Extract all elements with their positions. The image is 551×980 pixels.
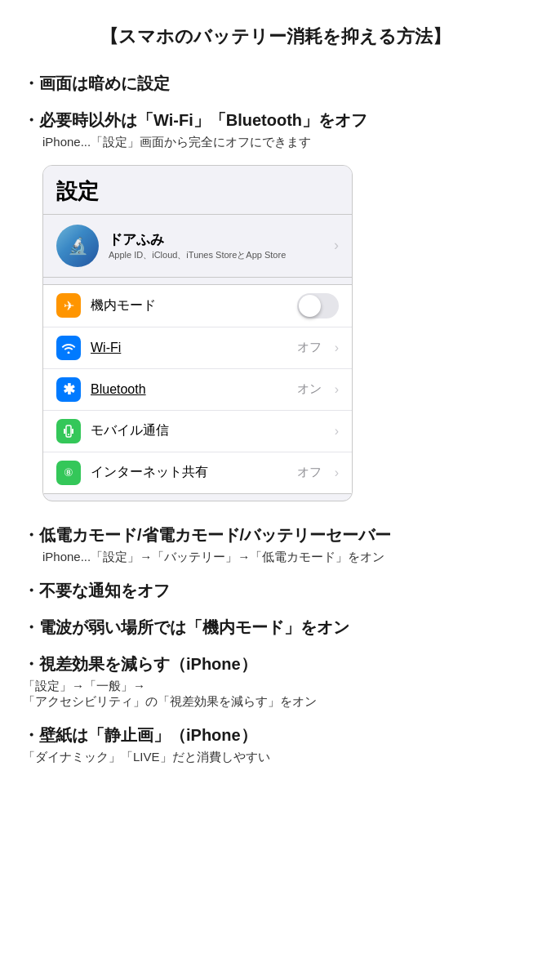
section-power-heading: ・低電カモード/省電カモード/バッテリーセーバー: [23, 524, 528, 546]
settings-profile-row[interactable]: ドアふみ Apple ID、iCloud、iTunes StoreとApp St…: [43, 215, 352, 278]
section-wifi-bt-sub: iPhone...「設定」画面から完全にオフにできます: [42, 135, 528, 150]
section-notify: ・不要な通知をオフ: [23, 580, 528, 602]
section-wifi-bt: ・必要時以外は「Wi-Fi」「Bluetooth」をオフ iPhone...「設…: [23, 109, 528, 501]
wifi-value: オフ: [297, 340, 322, 355]
hotspot-icon: ⑧: [56, 461, 81, 485]
settings-rows-group: ✈ 機内モード Wi-Fi オフ ›: [43, 284, 352, 494]
section-power: ・低電カモード/省電カモード/バッテリーセーバー iPhone...「設定」→「…: [23, 524, 528, 565]
section-parallax-sub-line1: 「設定」→「一般」→: [23, 679, 528, 694]
mobile-label: モバイル通信: [91, 422, 325, 439]
settings-row-airplane[interactable]: ✈ 機内モード: [43, 285, 352, 327]
settings-row-wifi[interactable]: Wi-Fi オフ ›: [43, 327, 352, 369]
profile-chevron-icon: ›: [334, 237, 339, 254]
bluetooth-icon: ✱: [56, 377, 81, 402]
section-parallax-heading: ・視差効果を減らす（iPhone）: [23, 653, 528, 675]
settings-header: 設定: [43, 166, 352, 215]
svg-rect-2: [72, 429, 73, 434]
profile-sub: Apple ID、iCloud、iTunes StoreとApp Store: [109, 249, 324, 261]
hotspot-value: オフ: [297, 465, 322, 480]
airplane-icon: ✈: [56, 293, 81, 318]
airplane-toggle-knob: [299, 295, 321, 317]
section-airplane: ・電波が弱い場所では「機内モード」をオン: [23, 617, 528, 639]
profile-info: ドアふみ Apple ID、iCloud、iTunes StoreとApp St…: [109, 230, 324, 261]
wifi-icon: [56, 336, 81, 360]
settings-row-mobile[interactable]: モバイル通信 ›: [43, 411, 352, 452]
mobile-icon: [56, 419, 81, 443]
airplane-label: 機内モード: [91, 297, 287, 314]
section-notify-heading: ・不要な通知をオフ: [23, 580, 528, 602]
airplane-toggle[interactable]: [297, 293, 339, 318]
hotspot-label: インターネット共有: [91, 464, 287, 481]
mobile-chevron-icon: ›: [335, 424, 339, 439]
bluetooth-value: オン: [297, 381, 322, 397]
page-title: 【スマホのバッテリー消耗を抑える方法】: [23, 24, 528, 50]
svg-point-3: [68, 434, 69, 435]
wifi-chevron-icon: ›: [335, 341, 339, 355]
bluetooth-label: Bluetooth: [91, 382, 287, 397]
section-parallax-sub-line2: 「アクセシビリティ」の「視差効果を減らす」をオン: [23, 694, 528, 710]
wifi-label: Wi-Fi: [91, 341, 287, 355]
section-wallpaper: ・壁紙は「静止画」（iPhone） 「ダイナミック」「LIVE」だと消費しやすい: [23, 724, 528, 765]
section-screen: ・画面は暗めに設定: [23, 73, 528, 95]
hotspot-chevron-icon: ›: [335, 466, 339, 480]
section-airplane-heading: ・電波が弱い場所では「機内モード」をオン: [23, 617, 528, 639]
section-wifi-bt-heading: ・必要時以外は「Wi-Fi」「Bluetooth」をオフ: [23, 109, 528, 131]
settings-mockup: 設定 ドアふみ Apple ID、iCloud、iTunes StoreとApp…: [42, 165, 353, 501]
section-wallpaper-heading: ・壁紙は「静止画」（iPhone）: [23, 724, 528, 746]
bluetooth-chevron-icon: ›: [335, 382, 339, 397]
settings-row-bluetooth[interactable]: ✱ Bluetooth オン ›: [43, 369, 352, 411]
profile-avatar: [56, 225, 99, 267]
section-screen-heading: ・画面は暗めに設定: [23, 73, 528, 95]
settings-row-hotspot[interactable]: ⑧ インターネット共有 オフ ›: [43, 452, 352, 493]
section-wallpaper-sub: 「ダイナミック」「LIVE」だと消費しやすい: [23, 750, 528, 765]
section-power-sub: iPhone...「設定」→「バッテリー」→「低電カモード」をオン: [42, 550, 528, 565]
section-parallax: ・視差効果を減らす（iPhone） 「設定」→「一般」→ 「アクセシビリティ」の…: [23, 653, 528, 710]
svg-rect-1: [64, 429, 65, 434]
profile-name: ドアふみ: [109, 230, 324, 249]
